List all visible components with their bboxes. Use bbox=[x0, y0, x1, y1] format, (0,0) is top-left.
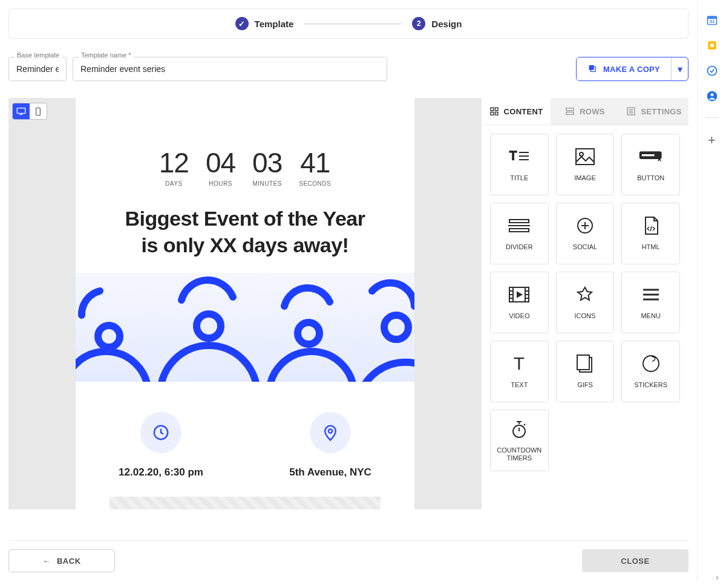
image-icon bbox=[573, 146, 597, 167]
event-info-row: 12.02.20, 6:30 pm 5th Avenue, NYC bbox=[76, 382, 414, 479]
tasks-app-icon[interactable] bbox=[705, 64, 719, 77]
svg-point-8 bbox=[384, 315, 408, 339]
element-label: HTML bbox=[642, 243, 660, 251]
element-video[interactable]: VIDEO bbox=[490, 272, 549, 333]
countdown-seconds: 41 SECONDS bbox=[299, 146, 331, 187]
element-label: TITLE bbox=[510, 174, 528, 182]
grid-icon bbox=[489, 106, 499, 116]
element-label: MENU bbox=[641, 312, 660, 320]
copy-icon bbox=[587, 64, 597, 75]
element-stickers[interactable]: STICKERS bbox=[621, 341, 680, 402]
svg-rect-16 bbox=[566, 112, 574, 114]
step-connector bbox=[304, 24, 401, 24]
step-template[interactable]: ✓ Template bbox=[235, 17, 294, 30]
step-design[interactable]: 2 Design bbox=[412, 17, 462, 30]
step-number-icon: 2 bbox=[412, 17, 425, 30]
editor-area: 12 DAYS 04 HOURS 03 MINUTES 41 SECONDS bbox=[8, 98, 688, 509]
svg-rect-49 bbox=[577, 355, 589, 370]
element-social[interactable]: SOCIAL bbox=[556, 203, 615, 264]
element-text[interactable]: TTEXT bbox=[490, 341, 549, 402]
back-button[interactable]: ← BACK bbox=[8, 549, 115, 572]
element-gifs[interactable]: GIFS bbox=[556, 341, 615, 402]
svg-point-61 bbox=[707, 67, 716, 76]
template-name-input[interactable] bbox=[73, 57, 387, 81]
clock-icon bbox=[140, 412, 182, 453]
element-title[interactable]: TTITLE bbox=[490, 134, 549, 195]
svg-text:T: T bbox=[514, 354, 525, 373]
calendar-app-icon[interactable]: 31 bbox=[705, 13, 719, 27]
countdown-hours: 04 HOURS bbox=[206, 146, 235, 187]
element-label: IMAGE bbox=[574, 174, 595, 182]
expand-sidebar-button[interactable]: › bbox=[716, 572, 719, 582]
svg-rect-29 bbox=[509, 220, 529, 223]
map-placeholder bbox=[110, 497, 381, 509]
element-label: VIDEO bbox=[509, 312, 529, 320]
svg-rect-1 bbox=[589, 65, 594, 70]
icons-icon bbox=[573, 284, 597, 305]
element-image[interactable]: IMAGE bbox=[556, 134, 615, 195]
element-label: GIFS bbox=[577, 381, 593, 389]
svg-text:T: T bbox=[509, 149, 517, 162]
template-name-field: Template name * bbox=[73, 57, 387, 81]
base-template-field: Base template bbox=[8, 57, 67, 81]
email-canvas[interactable]: 12 DAYS 04 HOURS 03 MINUTES 41 SECONDS bbox=[76, 98, 414, 509]
countdown-timers-icon bbox=[507, 419, 531, 439]
gifs-icon bbox=[573, 353, 597, 374]
element-label: COUNTDOWN TIMERS bbox=[497, 446, 541, 462]
svg-point-63 bbox=[710, 93, 713, 96]
tab-settings[interactable]: SETTINGS bbox=[620, 98, 688, 125]
svg-rect-14 bbox=[495, 112, 498, 115]
svg-line-55 bbox=[524, 424, 525, 425]
element-divider[interactable]: DIVIDER bbox=[490, 203, 549, 264]
element-countdown-timers[interactable]: COUNTDOWN TIMERS bbox=[490, 410, 549, 471]
rail-divider bbox=[706, 117, 718, 118]
content-elements-grid: TTITLEIMAGEBUTTONDIVIDERSOCIALHTMLVIDEOI… bbox=[482, 125, 688, 480]
html-icon bbox=[639, 215, 663, 236]
make-copy-label: MAKE A COPY bbox=[603, 65, 660, 74]
svg-point-50 bbox=[643, 356, 659, 371]
side-panel: CONTENT ROWS SETTINGS TTITLEIMAGEBUTTOND… bbox=[482, 98, 688, 509]
element-menu[interactable]: MENU bbox=[621, 272, 680, 333]
svg-point-10 bbox=[329, 430, 332, 433]
svg-rect-12 bbox=[495, 108, 498, 111]
element-icons[interactable]: ICONS bbox=[556, 272, 615, 333]
close-button[interactable]: CLOSE bbox=[582, 549, 688, 572]
svg-text:31: 31 bbox=[709, 19, 714, 24]
svg-rect-15 bbox=[566, 108, 574, 111]
element-label: SOCIAL bbox=[573, 243, 597, 251]
tab-content[interactable]: CONTENT bbox=[482, 98, 551, 125]
make-copy-button[interactable]: MAKE A COPY bbox=[577, 57, 671, 80]
element-button[interactable]: BUTTON bbox=[621, 134, 680, 195]
svg-rect-13 bbox=[491, 112, 494, 115]
add-app-button[interactable]: + bbox=[708, 132, 716, 148]
base-template-input[interactable] bbox=[8, 57, 67, 81]
title-icon: T bbox=[507, 146, 531, 167]
element-html[interactable]: HTML bbox=[621, 203, 680, 264]
location-pin-icon bbox=[310, 412, 351, 453]
text-icon: T bbox=[507, 353, 531, 374]
make-copy-dropdown[interactable]: ▾ bbox=[671, 57, 688, 80]
settings-list-icon bbox=[626, 106, 636, 116]
svg-rect-2 bbox=[17, 108, 25, 114]
svg-point-5 bbox=[98, 325, 120, 347]
button-icon bbox=[639, 146, 663, 167]
notes-app-icon[interactable] bbox=[705, 39, 719, 52]
canvas-column: 12 DAYS 04 HOURS 03 MINUTES 41 SECONDS bbox=[8, 98, 482, 509]
template-name-label: Template name * bbox=[79, 51, 134, 59]
social-icon bbox=[573, 215, 597, 236]
svg-rect-25 bbox=[576, 149, 594, 165]
contacts-app-icon[interactable] bbox=[705, 90, 719, 103]
desktop-view-button[interactable] bbox=[13, 103, 30, 119]
hero-title: Biggest Event of the Year is only XX day… bbox=[76, 205, 414, 258]
element-label: BUTTON bbox=[637, 174, 664, 182]
mobile-view-button[interactable] bbox=[30, 103, 47, 119]
step-template-label: Template bbox=[255, 19, 294, 29]
footer-bar: ← BACK CLOSE bbox=[8, 540, 688, 572]
event-location: 5th Avenue, NYC bbox=[289, 412, 371, 479]
tab-rows[interactable]: ROWS bbox=[551, 98, 620, 125]
countdown-block: 12 DAYS 04 HOURS 03 MINUTES 41 SECONDS bbox=[76, 98, 414, 187]
svg-point-7 bbox=[298, 322, 319, 344]
rows-icon bbox=[565, 106, 575, 116]
countdown-days: 12 DAYS bbox=[159, 146, 189, 187]
fields-row: Base template Template name * MAKE A COP… bbox=[8, 57, 688, 81]
